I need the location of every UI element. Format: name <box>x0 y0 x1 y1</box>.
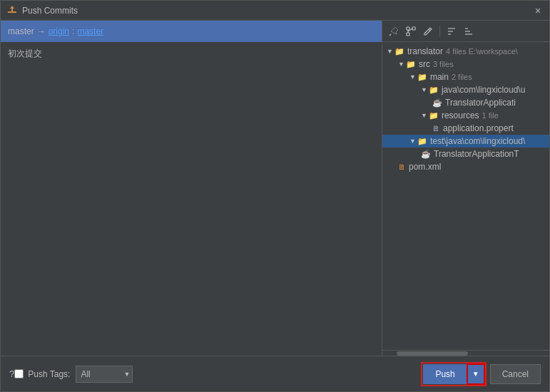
tree-label: pom.xml <box>409 162 441 172</box>
commit-item[interactable]: 初次提交 <box>1 45 382 63</box>
edit-icon[interactable] <box>421 24 435 38</box>
svg-line-3 <box>389 34 391 36</box>
svg-marker-2 <box>10 6 14 9</box>
main-content: master → origin : master 初次提交 <box>1 21 549 356</box>
svg-line-9 <box>429 29 430 31</box>
tree-label: TranslatorApplicati <box>445 98 516 108</box>
tree-label: java\com\lingxicloud\u <box>442 85 525 95</box>
branch-bar: master → origin : master <box>1 21 382 42</box>
tags-dropdown-wrapper: All ▼ <box>76 366 133 383</box>
tree-item-src[interactable]: ▼ 📁 src 3 files <box>382 58 549 71</box>
tree-item-translator-app-test[interactable]: ☕ TranslatorApplicationT <box>382 148 549 160</box>
push-button[interactable]: Push <box>423 364 467 384</box>
sort-asc-icon[interactable] <box>462 24 476 38</box>
git-push-icon <box>6 5 18 16</box>
tags-dropdown[interactable]: All <box>76 366 133 383</box>
tree-meta: 2 files <box>452 73 472 81</box>
pin-icon[interactable] <box>387 24 401 38</box>
folder-icon: 📁 <box>417 137 427 146</box>
branch-separator: : <box>72 26 74 36</box>
tree-meta: 3 files <box>433 60 454 68</box>
scrollbar-thumb[interactable] <box>397 351 468 356</box>
title-text: Push Commits <box>22 6 78 16</box>
tree-arrow: ▼ <box>421 86 427 93</box>
push-button-group: Push ▼ <box>423 364 484 384</box>
remote-name-link[interactable]: origin <box>49 26 69 36</box>
tree-arrow: ▼ <box>421 112 427 119</box>
push-tags-checkbox[interactable] <box>14 369 24 378</box>
folder-icon: 📁 <box>394 47 404 56</box>
tree-meta: 1 file <box>482 111 499 120</box>
tree-label: application.propert <box>443 123 514 133</box>
svg-rect-4 <box>407 27 409 30</box>
horizontal-scrollbar[interactable] <box>382 350 549 356</box>
tree-arrow: ▼ <box>398 61 404 68</box>
push-tags-checkbox-label: Push Tags: <box>14 369 70 379</box>
cancel-button[interactable]: Cancel <box>490 364 541 384</box>
tree-label: TranslatorApplicationT <box>434 149 519 159</box>
svg-rect-5 <box>412 27 415 30</box>
commits-list: 初次提交 <box>1 42 382 356</box>
push-dropdown-button[interactable]: ▼ <box>467 364 484 384</box>
tree-item-pom-xml[interactable]: 🗎 pom.xml <box>382 160 549 173</box>
folder-icon: 📁 <box>429 86 439 95</box>
tree-item-translator-app[interactable]: ☕ TranslatorApplicati <box>382 96 549 109</box>
right-toolbar <box>382 21 549 42</box>
tree-item-resources[interactable]: ▼ 📁 resources 1 file <box>382 109 549 122</box>
props-file-icon: 🗎 <box>432 124 440 133</box>
sort-desc-icon[interactable] <box>444 24 459 38</box>
push-tags-label: Push Tags: <box>28 369 70 379</box>
java-file-icon: ☕ <box>421 150 431 159</box>
tree-item-translator[interactable]: ▼ 📁 translator 4 files E:\workspace\ <box>382 45 549 58</box>
java-file-icon: ☕ <box>432 98 442 108</box>
title-bar-left: Push Commits <box>6 5 78 16</box>
tree-arrow: ▼ <box>409 138 416 145</box>
tree-item-application-props[interactable]: 🗎 application.propert <box>382 122 549 135</box>
push-tags-section: Push Tags: All ▼ <box>14 366 423 383</box>
help-button[interactable]: ? <box>9 368 14 379</box>
tree-item-test-folder[interactable]: ▼ 📁 test\java\com\lingxicloud\ <box>382 135 549 148</box>
xml-file-icon: 🗎 <box>398 163 406 171</box>
tree-label: test\java\com\lingxicloud\ <box>430 136 525 146</box>
tree-label: main <box>430 72 449 82</box>
folder-icon: 📁 <box>417 73 427 82</box>
bottom-left: ? <box>9 368 14 379</box>
tree-label: translator <box>407 46 443 56</box>
tree-arrow: ▼ <box>409 73 416 81</box>
title-bar: Push Commits × <box>1 1 549 21</box>
folder-icon: 📁 <box>406 60 416 69</box>
hierarchy-icon[interactable] <box>404 24 418 38</box>
tree-meta: 4 files E:\workspace\ <box>446 47 518 56</box>
left-panel: master → origin : master 初次提交 <box>1 21 382 356</box>
close-button[interactable]: × <box>532 5 544 16</box>
folder-icon: 📁 <box>429 111 439 120</box>
branch-arrow: → <box>37 26 46 36</box>
bottom-right: Push ▼ Cancel <box>423 364 541 384</box>
bottom-bar: ? Push Tags: All ▼ Push ▼ Cancel <box>1 356 549 391</box>
svg-rect-6 <box>407 33 409 36</box>
tree-label: src <box>419 59 430 69</box>
toolbar-separator <box>439 26 440 37</box>
tree-label: resources <box>442 110 479 120</box>
file-tree: ▼ 📁 translator 4 files E:\workspace\ ▼ 📁… <box>382 42 549 350</box>
tree-arrow: ▼ <box>387 48 393 55</box>
tree-item-java-folder[interactable]: ▼ 📁 java\com\lingxicloud\u <box>382 83 549 96</box>
local-branch: master <box>8 26 34 36</box>
tree-item-main[interactable]: ▼ 📁 main 2 files <box>382 71 549 83</box>
push-commits-window: Push Commits × master → origin : master … <box>0 0 550 392</box>
remote-branch-link[interactable]: master <box>77 26 103 36</box>
right-panel: ▼ 📁 translator 4 files E:\workspace\ ▼ 📁… <box>382 21 549 356</box>
